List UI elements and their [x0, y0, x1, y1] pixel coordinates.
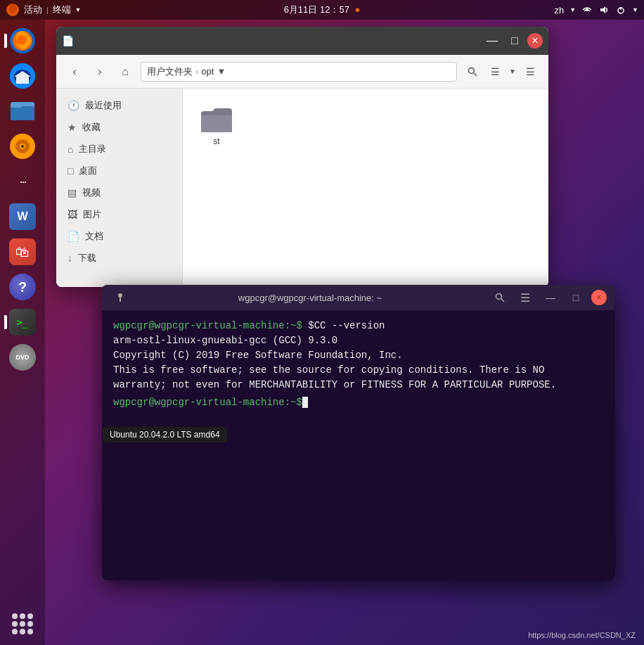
- dock: ··· W 🛍 ? >_ DVD: [0, 20, 45, 645]
- fm-path-sep: ›: [195, 66, 198, 77]
- fm-location-path: opt: [201, 66, 214, 77]
- fm-body: 🕐 最近使用 ★ 收藏 ⌂ 主目录 □ 桌面 ▤ 视频 🖼 图片: [56, 89, 548, 287]
- term-line-5: warranty; not even for MERCHANTABILITY o…: [113, 378, 604, 392]
- term-output-2: arm-ostl-linux-gnueabi-gcc (GCC) 9.3.0: [113, 335, 337, 346]
- dock-item-firefox[interactable]: [7, 25, 38, 56]
- dvd-icon: DVD: [9, 344, 36, 371]
- tooltip-text: Ubuntu 20.04.2.0 LTS amd64: [110, 430, 220, 440]
- term-minimize-icon: —: [546, 292, 555, 303]
- fm-location-home: 用户文件夹: [147, 65, 193, 78]
- writer-icon: W: [9, 203, 36, 230]
- fm-view-dropdown-btn[interactable]: ▼: [508, 62, 517, 82]
- rhythmbox-icon: [9, 133, 36, 160]
- help-icon: ?: [9, 274, 36, 300]
- fm-sidebar-downloads-label: 下载: [78, 252, 96, 264]
- home-icon: ⌂: [67, 143, 73, 155]
- svg-marker-3: [600, 6, 605, 13]
- folder-st-label: st: [213, 136, 219, 146]
- fm-minimize-btn[interactable]: —: [482, 31, 502, 51]
- term-pin-btn[interactable]: [110, 288, 130, 307]
- lang-label[interactable]: zh: [554, 5, 564, 15]
- dock-dots-label: ···: [19, 175, 25, 188]
- fm-sidebar-desktop[interactable]: □ 桌面: [59, 160, 179, 181]
- pictures-icon: 🖼: [67, 209, 77, 220]
- fm-location-dropdown[interactable]: ▼: [217, 66, 226, 77]
- term-maximize-btn[interactable]: □: [566, 288, 586, 307]
- firefox-flame-icon: [6, 3, 20, 17]
- term-maximize-icon: □: [573, 292, 579, 303]
- fm-titlebar: 📄 — □ ×: [56, 27, 548, 55]
- fm-sidebar-documents[interactable]: 📄 文档: [59, 226, 179, 247]
- dock-item-files[interactable]: [7, 96, 38, 127]
- term-titlebar: wgpcgr@wgpcgr-virtual-machine: ~ ☰ — □ ×: [102, 285, 615, 310]
- fm-sidebar-pictures-label: 图片: [83, 208, 101, 221]
- dock-item-dvd[interactable]: DVD: [7, 342, 38, 373]
- fm-toolbar: ‹ › ⌂ 用户文件夹 › opt ▼ ☰ ▼ ☰: [56, 55, 548, 89]
- term-cursor: [302, 397, 308, 408]
- lang-dropdown[interactable]: ▼: [569, 6, 576, 13]
- term-menu-btn[interactable]: ☰: [515, 288, 535, 307]
- fm-sidebar-recent[interactable]: 🕐 最近使用: [59, 95, 179, 116]
- dock-item-writer[interactable]: W: [7, 201, 38, 232]
- bookmarks-icon: ★: [67, 122, 77, 133]
- fm-menu-btn[interactable]: ☰: [520, 62, 540, 82]
- fm-folder-st[interactable]: st: [194, 100, 239, 152]
- fm-content: st: [183, 89, 548, 287]
- videos-icon: ▤: [67, 187, 77, 198]
- fm-search-btn[interactable]: [463, 62, 482, 82]
- terminal-dock-icon: >_: [9, 309, 36, 336]
- svg-point-19: [469, 68, 475, 73]
- appstore-icon: 🛍: [9, 238, 36, 265]
- fm-close-btn[interactable]: ×: [527, 33, 543, 49]
- term-cmd-1: $CC --version: [302, 320, 385, 331]
- datetime-label: 6月11日 12：57: [284, 4, 349, 15]
- dock-item-appstore[interactable]: 🛍: [7, 236, 38, 267]
- dock-item-grid[interactable]: [7, 608, 38, 639]
- fm-sidebar-pictures[interactable]: 🖼 图片: [59, 204, 179, 225]
- fm-listview-btn[interactable]: ☰: [485, 62, 505, 82]
- fm-home-btn[interactable]: ⌂: [115, 62, 135, 82]
- network-icon[interactable]: [581, 4, 593, 15]
- desktop-icon: □: [67, 165, 73, 177]
- term-line-3: Copyright (C) 2019 Free Software Foundat…: [113, 348, 604, 363]
- system-dropdown[interactable]: ▼: [632, 6, 638, 13]
- fm-sidebar-bookmarks[interactable]: ★ 收藏: [59, 117, 179, 138]
- fm-sidebar-downloads[interactable]: ↓ 下载: [59, 248, 179, 269]
- svg-point-1: [9, 4, 16, 13]
- fm-sidebar: 🕐 最近使用 ★ 收藏 ⌂ 主目录 □ 桌面 ▤ 视频 🖼 图片: [56, 89, 183, 287]
- term-close-btn[interactable]: ×: [591, 290, 607, 305]
- search-icon: [468, 67, 477, 77]
- topbar-center: 6月11日 12：57 ●: [284, 4, 361, 16]
- documents-icon: 📄: [67, 231, 79, 242]
- term-line-4: This is free software; see the source fo…: [113, 363, 604, 378]
- dock-item-thunderbird[interactable]: [7, 60, 38, 91]
- term-search-btn[interactable]: [490, 288, 510, 307]
- fm-sidebar-home[interactable]: ⌂ 主目录: [59, 139, 179, 160]
- terminal-topbar-dropdown[interactable]: ▼: [75, 6, 82, 13]
- fm-sidebar-bookmarks-label: 收藏: [82, 121, 101, 134]
- fm-back-btn[interactable]: ‹: [65, 62, 84, 82]
- terminal-topbar-label[interactable]: 终端: [53, 4, 71, 16]
- downloads-icon: ↓: [67, 253, 72, 264]
- fm-sidebar-desktop-label: 桌面: [79, 165, 97, 177]
- volume-icon[interactable]: [598, 4, 610, 15]
- dock-item-rhythmbox[interactable]: [7, 131, 38, 162]
- fm-forward-btn[interactable]: ›: [90, 62, 110, 82]
- svg-line-24: [501, 299, 504, 302]
- fm-sidebar-documents-label: 文档: [85, 230, 103, 243]
- power-icon[interactable]: [615, 4, 626, 15]
- folder-icon: [200, 106, 233, 134]
- activities-label[interactable]: 活动: [24, 4, 42, 16]
- grid-icon: [9, 611, 36, 637]
- term-title: wgpcgr@wgpcgr-virtual-machine: ~: [136, 293, 484, 303]
- dock-item-terminal[interactable]: >_: [7, 307, 38, 338]
- files-icon: [9, 98, 36, 124]
- svg-point-23: [496, 294, 502, 300]
- term-line-1: wgpcgr@wgpcgr-virtual-machine:~$ $CC --v…: [113, 319, 604, 333]
- fm-location-bar[interactable]: 用户文件夹 › opt ▼: [141, 62, 457, 82]
- dock-item-help[interactable]: ?: [7, 272, 38, 302]
- bottom-url: https://blog.csdn.net/CSDN_XZ: [528, 631, 636, 639]
- fm-sidebar-videos[interactable]: ▤ 视频: [59, 182, 179, 203]
- fm-maximize-btn[interactable]: □: [505, 31, 524, 51]
- term-minimize-btn[interactable]: —: [541, 288, 560, 307]
